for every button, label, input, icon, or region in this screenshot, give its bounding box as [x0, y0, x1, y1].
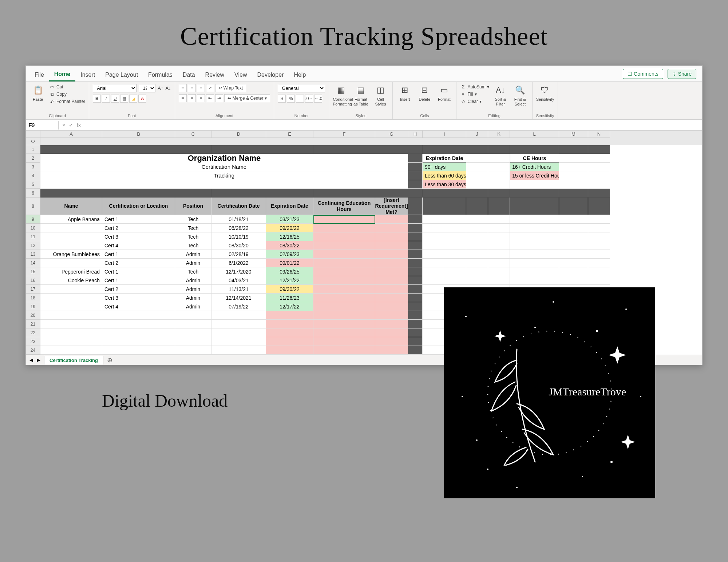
cell[interactable] — [175, 328, 211, 337]
col-M[interactable]: M — [559, 131, 588, 138]
tab-insert[interactable]: Insert — [75, 69, 100, 81]
cell[interactable]: CE Hours — [510, 154, 559, 163]
cell[interactable]: 04/03/21 — [211, 276, 266, 285]
cell[interactable] — [423, 267, 466, 276]
row-10[interactable]: 10 — [26, 224, 40, 232]
cell[interactable]: Orange Bumblebees — [40, 250, 102, 259]
cell[interactable] — [40, 145, 102, 154]
cell[interactable] — [408, 276, 423, 285]
col-J[interactable]: J — [466, 131, 488, 138]
cell[interactable]: Tech — [175, 241, 211, 250]
align-left-button[interactable]: ≡ — [179, 94, 187, 102]
cell[interactable] — [488, 215, 510, 224]
delete-cells-button[interactable]: ⊟Delete — [416, 84, 433, 102]
fx-icon[interactable]: fx — [77, 122, 81, 128]
sort-filter-button[interactable]: A↓Sort & Filter — [492, 84, 509, 107]
cell[interactable] — [488, 276, 510, 285]
cell[interactable] — [408, 337, 423, 346]
cell[interactable] — [588, 145, 610, 154]
cell[interactable] — [423, 250, 466, 259]
cell[interactable] — [510, 145, 559, 154]
cell[interactable]: 03/21/23 — [266, 215, 313, 224]
orientation-button[interactable]: ↗ — [206, 84, 214, 92]
cell[interactable] — [375, 224, 408, 232]
cell[interactable] — [102, 320, 175, 328]
cell[interactable] — [510, 267, 559, 276]
cell[interactable] — [559, 215, 588, 224]
cell[interactable] — [559, 224, 588, 232]
cell[interactable] — [375, 241, 408, 250]
cell[interactable] — [510, 198, 559, 215]
cell[interactable] — [175, 337, 211, 346]
row-3[interactable]: 3 — [26, 163, 40, 171]
col-O[interactable]: O — [26, 138, 40, 145]
row-2[interactable]: 2 — [26, 154, 40, 163]
percent-button[interactable]: % — [287, 95, 295, 103]
sheet-tab[interactable]: Certification Tracking — [44, 356, 103, 364]
comma-button[interactable]: , — [296, 95, 304, 103]
cell[interactable] — [40, 241, 102, 250]
cell[interactable] — [313, 267, 375, 276]
grow-font-button[interactable]: A↑ — [158, 85, 163, 91]
sensitivity-button[interactable]: 🛡Sensitivity — [536, 84, 553, 102]
fill-color-button[interactable]: ◢ — [129, 95, 137, 103]
cell[interactable] — [510, 241, 559, 250]
sheet-nav-prev-icon[interactable]: ◀ — [29, 357, 33, 363]
tab-pagelayout[interactable]: Page Layout — [100, 69, 143, 81]
cell[interactable]: Admin — [175, 302, 211, 311]
cell[interactable]: 08/30/22 — [266, 241, 313, 250]
row-21[interactable]: 21 — [26, 320, 40, 328]
cell[interactable] — [375, 276, 408, 285]
cell[interactable] — [423, 145, 466, 154]
cell[interactable] — [488, 154, 510, 163]
cell[interactable] — [510, 276, 559, 285]
sheet-nav-next-icon[interactable]: ▶ — [37, 357, 40, 363]
cell[interactable] — [488, 241, 510, 250]
cell[interactable]: Less than 60 days — [423, 171, 466, 180]
cell[interactable]: Expiration Date — [423, 154, 466, 163]
col-G[interactable]: G — [375, 131, 408, 138]
cell[interactable]: Continuing Education Hours — [313, 198, 375, 215]
cell[interactable] — [559, 154, 588, 163]
cell[interactable] — [375, 337, 408, 346]
row-18[interactable]: 18 — [26, 294, 40, 302]
cell[interactable] — [510, 232, 559, 241]
cell[interactable] — [313, 311, 375, 320]
cell[interactable] — [588, 276, 610, 285]
row-6[interactable]: 6 — [26, 189, 40, 198]
cell[interactable] — [408, 224, 423, 232]
cell[interactable] — [266, 346, 313, 355]
cell[interactable] — [488, 224, 510, 232]
cell[interactable] — [510, 259, 559, 267]
cut-button[interactable]: ✂Cut — [49, 84, 85, 90]
cell[interactable]: Organization Name — [40, 154, 408, 163]
cell[interactable]: Apple Banana — [40, 215, 102, 224]
tab-view[interactable]: View — [229, 69, 252, 81]
cell[interactable] — [408, 180, 423, 189]
cell[interactable] — [211, 337, 266, 346]
cell[interactable] — [40, 232, 102, 241]
cell[interactable] — [102, 311, 175, 320]
cell[interactable] — [313, 285, 375, 294]
cell[interactable]: 09/20/22 — [266, 224, 313, 232]
cell[interactable]: Certification or Location — [102, 198, 175, 215]
cell[interactable]: Cert 1 — [102, 276, 175, 285]
inc-decimal-button[interactable]: .0→ — [305, 95, 313, 103]
cell[interactable] — [466, 224, 488, 232]
cell[interactable]: 15 or less Credit Hours — [510, 171, 559, 180]
cell[interactable]: [Insert Requirement] Met? — [375, 198, 408, 215]
cell[interactable] — [211, 145, 266, 154]
cell[interactable] — [588, 171, 610, 180]
cell[interactable] — [102, 346, 175, 355]
cell[interactable] — [266, 320, 313, 328]
cell[interactable] — [40, 320, 102, 328]
cell[interactable] — [466, 241, 488, 250]
row-17[interactable]: 17 — [26, 285, 40, 294]
format-cells-button[interactable]: ▭Format — [436, 84, 452, 102]
enter-icon[interactable]: ✓ — [69, 122, 73, 128]
border-button[interactable]: ▦ — [120, 95, 128, 103]
row-13[interactable]: 13 — [26, 250, 40, 259]
cell[interactable] — [423, 189, 466, 198]
cell[interactable] — [559, 180, 588, 189]
col-C[interactable]: C — [175, 131, 211, 138]
